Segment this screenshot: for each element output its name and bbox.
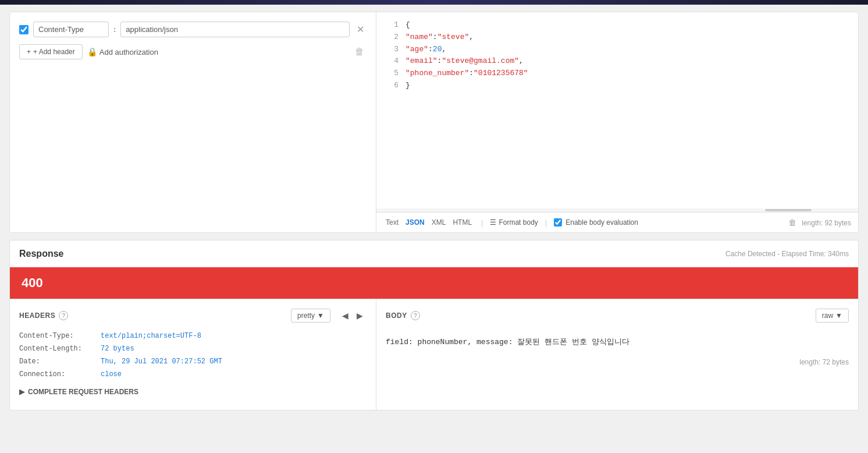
code-line-5: 5 "phone_number":"0101235678" bbox=[376, 68, 858, 80]
response-title: Response bbox=[19, 249, 63, 259]
plus-icon: + bbox=[27, 48, 31, 56]
header-item-content-length: Content-Length: 72 bytes bbox=[19, 345, 367, 353]
status-code: 400 bbox=[22, 275, 43, 290]
header-checkbox[interactable] bbox=[19, 25, 29, 34]
code-content: { bbox=[405, 19, 410, 31]
body-length-info: length: 72 bytes bbox=[386, 358, 849, 366]
separator-1: | bbox=[481, 218, 483, 227]
tab-json[interactable]: JSON bbox=[403, 217, 427, 228]
trash-icon[interactable]: 🗑 bbox=[788, 218, 796, 227]
body-text: field: phoneNumber, message: 잘못된 핸드폰 번호 … bbox=[386, 338, 629, 346]
enable-eval-text: Enable body evaluation bbox=[565, 218, 638, 226]
chevron-down-icon: ▼ bbox=[317, 312, 324, 320]
code-content: "age":20, bbox=[405, 44, 446, 56]
code-content: "name":"steve", bbox=[405, 31, 474, 44]
complete-request-label: COMPLETE REQUEST HEADERS bbox=[28, 388, 138, 396]
body-panel-title: BODY bbox=[386, 312, 407, 320]
enable-eval-label[interactable]: Enable body evaluation bbox=[554, 218, 638, 226]
lock-icon: 🔒 bbox=[87, 47, 97, 56]
delete-section-button[interactable]: 🗑 bbox=[353, 45, 367, 58]
tab-xml[interactable]: XML bbox=[429, 217, 449, 228]
separator-2: | bbox=[545, 218, 547, 227]
header-key-input[interactable] bbox=[33, 22, 109, 37]
headers-left-panel: : ✕ + + Add header 🔒 Add authorization 🗑 bbox=[10, 12, 376, 232]
code-content: "phone_number":"0101235678" bbox=[405, 68, 528, 80]
add-header-button[interactable]: + + Add header bbox=[19, 44, 83, 59]
header-key: Connection: bbox=[19, 370, 101, 378]
response-header: Response Cache Detected - Elapsed Time: … bbox=[10, 240, 858, 267]
header-item-content-type: Content-Type: text/plain;charset=UTF-8 bbox=[19, 332, 367, 340]
response-body-section: HEADERS ? pretty ▼ ◀ ▶ Content-Type: tex… bbox=[10, 299, 858, 410]
line-number: 2 bbox=[381, 31, 399, 44]
header-key: Content-Type: bbox=[19, 332, 101, 340]
body-content: field: phoneNumber, message: 잘못된 핸드폰 번호 … bbox=[386, 332, 849, 353]
editor-toolbar: Text JSON XML HTML | ☰ Format body | Ena… bbox=[376, 212, 858, 232]
header-key: Date: bbox=[19, 358, 101, 366]
add-authorization-button[interactable]: 🔒 Add authorization bbox=[87, 47, 158, 56]
next-arrow[interactable]: ▶ bbox=[353, 310, 367, 321]
code-editor-panel: 1 { 2 "name":"steve", 3 "age":20, 4 bbox=[376, 12, 858, 232]
prev-arrow[interactable]: ◀ bbox=[339, 310, 352, 321]
code-line-4: 4 "email":"steve@gmail.com", bbox=[376, 55, 858, 68]
json-code-editor[interactable]: 1 { 2 "name":"steve", 3 "age":20, 4 bbox=[376, 12, 858, 208]
length-text: length: 92 bytes bbox=[802, 219, 851, 227]
add-auth-label: Add authorization bbox=[99, 48, 158, 56]
tab-html[interactable]: HTML bbox=[450, 217, 474, 228]
response-section: Response Cache Detected - Elapsed Time: … bbox=[9, 240, 859, 410]
body-info-icon[interactable]: ? bbox=[411, 311, 420, 320]
header-key: Content-Length: bbox=[19, 345, 101, 353]
pretty-button[interactable]: pretty ▼ bbox=[291, 309, 330, 323]
body-panel-header: BODY ? raw ▼ bbox=[386, 309, 849, 323]
headers-panel-title: HEADERS bbox=[19, 312, 55, 320]
response-body-panel: BODY ? raw ▼ field: phoneNumber, message… bbox=[376, 299, 858, 410]
header-value: Thu, 29 Jul 2021 07:27:52 GMT bbox=[101, 358, 222, 366]
header-item-date: Date: Thu, 29 Jul 2021 07:27:52 GMT bbox=[19, 358, 367, 366]
request-length-info: 🗑 length: 92 bytes bbox=[788, 218, 851, 227]
header-value: text/plain;charset=UTF-8 bbox=[101, 332, 201, 340]
enable-eval-checkbox[interactable] bbox=[554, 218, 562, 226]
code-content: "email":"steve@gmail.com", bbox=[405, 55, 524, 68]
line-number: 5 bbox=[381, 68, 399, 80]
cache-info: Cache Detected - Elapsed Time: 340ms bbox=[725, 250, 849, 258]
code-line-2: 2 "name":"steve", bbox=[376, 31, 858, 44]
code-line-1: 1 { bbox=[376, 19, 858, 31]
colon-separator: : bbox=[113, 25, 116, 34]
response-headers-panel: HEADERS ? pretty ▼ ◀ ▶ Content-Type: tex… bbox=[10, 299, 376, 410]
header-value-input[interactable] bbox=[120, 22, 350, 37]
headers-panel-header: HEADERS ? pretty ▼ ◀ ▶ bbox=[19, 309, 367, 323]
content-type-header-row: : ✕ bbox=[19, 22, 367, 37]
delete-header-button[interactable]: ✕ bbox=[354, 23, 367, 36]
raw-label: raw bbox=[822, 312, 833, 320]
header-item-connection: Connection: close bbox=[19, 370, 367, 378]
action-row: + + Add header 🔒 Add authorization 🗑 bbox=[19, 44, 367, 59]
format-body-label: Format body bbox=[499, 218, 538, 226]
line-number: 4 bbox=[381, 55, 399, 68]
format-tabs: Text JSON XML HTML bbox=[383, 217, 474, 228]
nav-arrows: ◀ ▶ bbox=[339, 310, 367, 321]
tab-text[interactable]: Text bbox=[383, 217, 401, 228]
headers-info-icon[interactable]: ? bbox=[59, 311, 68, 320]
headers-table: Content-Type: text/plain;charset=UTF-8 C… bbox=[19, 332, 367, 378]
code-line-6: 6 } bbox=[376, 80, 858, 92]
code-line-3: 3 "age":20, bbox=[376, 44, 858, 56]
complete-request-headers-button[interactable]: ▶ COMPLETE REQUEST HEADERS bbox=[19, 383, 138, 401]
request-section: : ✕ + + Add header 🔒 Add authorization 🗑 bbox=[9, 12, 859, 233]
pretty-label: pretty bbox=[297, 312, 315, 320]
format-body-button[interactable]: ☰ Format body bbox=[490, 218, 538, 226]
line-number: 1 bbox=[381, 19, 399, 31]
header-value: close bbox=[101, 370, 122, 378]
line-number: 3 bbox=[381, 44, 399, 56]
main-container: : ✕ + + Add header 🔒 Add authorization 🗑 bbox=[0, 5, 868, 417]
code-content: } bbox=[405, 80, 410, 92]
chevron-down-icon: ▼ bbox=[835, 312, 842, 320]
status-bar: 400 bbox=[10, 267, 858, 299]
triangle-icon: ▶ bbox=[19, 388, 24, 396]
line-number: 6 bbox=[381, 80, 399, 92]
top-bar bbox=[0, 0, 868, 5]
raw-button[interactable]: raw ▼ bbox=[816, 309, 849, 323]
format-icon: ☰ bbox=[490, 218, 496, 226]
header-value: 72 bytes bbox=[101, 345, 134, 353]
add-header-label: + Add header bbox=[33, 48, 75, 56]
